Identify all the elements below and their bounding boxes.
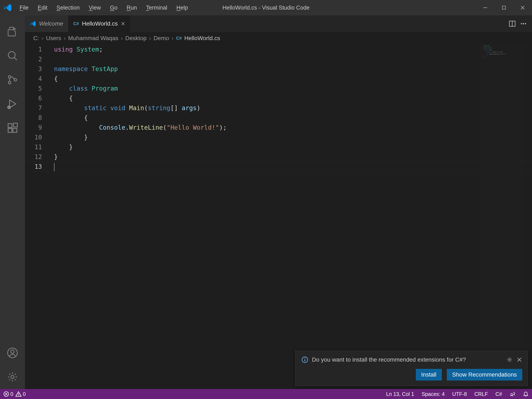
- more-actions-icon[interactable]: [520, 20, 527, 27]
- info-icon: [302, 356, 308, 363]
- show-recommendations-button[interactable]: Show Recommendations: [447, 369, 522, 380]
- svg-point-21: [18, 395, 19, 396]
- menu-edit[interactable]: Edit: [35, 3, 51, 13]
- notification-toast: Do you want to install the recommended e…: [295, 351, 528, 386]
- explorer-icon[interactable]: [0, 19, 25, 44]
- vscode-logo-icon: [2, 2, 13, 13]
- tab-welcome[interactable]: Welcome: [25, 15, 68, 32]
- settings-gear-icon[interactable]: [7, 365, 18, 389]
- feedback-icon[interactable]: [510, 391, 515, 397]
- code-editor[interactable]: 12345678910111213 using System; namespac…: [25, 44, 532, 389]
- notification-gear-icon[interactable]: [507, 357, 513, 363]
- svg-rect-6: [8, 124, 12, 128]
- install-button[interactable]: Install: [416, 369, 442, 380]
- status-encoding[interactable]: UTF-8: [452, 391, 467, 397]
- tab-active-label: HelloWorld.cs: [82, 20, 118, 27]
- maximize-button[interactable]: [494, 0, 513, 15]
- svg-rect-0: [502, 6, 505, 9]
- svg-point-1: [8, 51, 15, 58]
- run-debug-icon[interactable]: [0, 92, 25, 116]
- tab-helloworld[interactable]: C# HelloWorld.cs: [68, 15, 130, 32]
- tab-bar: Welcome C# HelloWorld.cs: [25, 15, 532, 32]
- menu-terminal[interactable]: Terminal: [143, 3, 170, 13]
- breadcrumb-item[interactable]: Users: [46, 35, 61, 42]
- status-language[interactable]: C#: [495, 391, 502, 397]
- csharp-file-icon: C#: [176, 36, 182, 41]
- status-cursor-position[interactable]: Ln 13, Col 1: [386, 391, 414, 397]
- svg-rect-8: [13, 128, 17, 132]
- svg-point-16: [525, 23, 526, 24]
- chevron-right-icon: ›: [42, 35, 44, 42]
- menu-view[interactable]: View: [86, 3, 104, 13]
- line-gutter: 12345678910111213: [25, 44, 50, 389]
- menu-help[interactable]: Help: [173, 3, 191, 13]
- menu-bar: File Edit Selection View Go Run Terminal…: [17, 3, 191, 13]
- minimap-preview: using System; namespace TestApp { class …: [483, 45, 527, 58]
- svg-point-15: [523, 23, 524, 24]
- tab-actions: [509, 15, 532, 32]
- status-eol[interactable]: CRLF: [475, 391, 488, 397]
- breadcrumb-item[interactable]: C:: [33, 35, 39, 42]
- split-editor-icon[interactable]: [509, 20, 516, 27]
- svg-point-19: [509, 359, 510, 361]
- warning-icon: [15, 391, 22, 397]
- text-cursor: [54, 163, 54, 171]
- svg-point-11: [11, 350, 14, 353]
- notifications-bell-icon[interactable]: [523, 391, 529, 397]
- minimap[interactable]: [481, 44, 526, 389]
- activity-bottom: [7, 341, 18, 389]
- svg-point-12: [11, 375, 14, 379]
- chevron-right-icon: ›: [121, 35, 123, 42]
- svg-point-22: [511, 393, 513, 395]
- svg-point-14: [521, 23, 522, 24]
- breadcrumb-item[interactable]: Desktop: [125, 35, 147, 42]
- breadcrumb[interactable]: C:› Users› Muhammad Waqas› Desktop› Demo…: [25, 32, 532, 44]
- menu-selection[interactable]: Selection: [54, 3, 82, 13]
- status-indentation[interactable]: Spaces: 4: [422, 391, 445, 397]
- status-bar: 0 0 Ln 13, Col 1 Spaces: 4 UTF-8 CRLF C#: [0, 389, 532, 399]
- status-errors[interactable]: 0: [3, 391, 13, 397]
- svg-point-3: [8, 82, 11, 84]
- svg-rect-9: [13, 123, 18, 127]
- chevron-right-icon: ›: [63, 35, 65, 42]
- code-content[interactable]: using System; namespace TestApp { class …: [50, 44, 532, 389]
- window-title: HelloWorld.cs - Visual Studio Code: [222, 5, 310, 11]
- breadcrumb-item[interactable]: HelloWorld.cs: [184, 35, 220, 42]
- svg-point-18: [304, 358, 305, 359]
- editor-area: Welcome C# HelloWorld.cs C:› Users› Muha…: [25, 15, 532, 389]
- window-controls: [476, 0, 532, 15]
- extensions-icon[interactable]: [0, 116, 25, 140]
- csharp-file-icon: C#: [73, 21, 79, 26]
- notification-message: Do you want to install the recommended e…: [312, 356, 466, 363]
- source-control-icon[interactable]: [0, 68, 25, 92]
- menu-file[interactable]: File: [17, 3, 32, 13]
- minimize-button[interactable]: [476, 0, 494, 15]
- error-icon: [3, 391, 9, 397]
- tab-welcome-label: Welcome: [39, 20, 63, 27]
- notification-close-icon[interactable]: [516, 357, 522, 363]
- chevron-right-icon: ›: [149, 35, 151, 42]
- title-bar: File Edit Selection View Go Run Terminal…: [0, 0, 532, 15]
- svg-point-2: [8, 76, 11, 78]
- menu-run[interactable]: Run: [124, 3, 140, 13]
- chevron-right-icon: ›: [172, 35, 173, 42]
- close-button[interactable]: [513, 0, 532, 15]
- accounts-icon[interactable]: [7, 341, 18, 365]
- breadcrumb-item[interactable]: Muhammad Waqas: [68, 35, 119, 42]
- breadcrumb-item[interactable]: Demo: [154, 35, 169, 42]
- menu-go[interactable]: Go: [107, 3, 120, 13]
- search-icon[interactable]: [0, 44, 25, 68]
- activity-bar: [0, 15, 25, 389]
- svg-rect-7: [8, 128, 12, 132]
- vscode-logo-icon: [30, 21, 36, 27]
- status-warnings[interactable]: 0: [15, 391, 26, 397]
- tab-close-icon[interactable]: [121, 21, 125, 26]
